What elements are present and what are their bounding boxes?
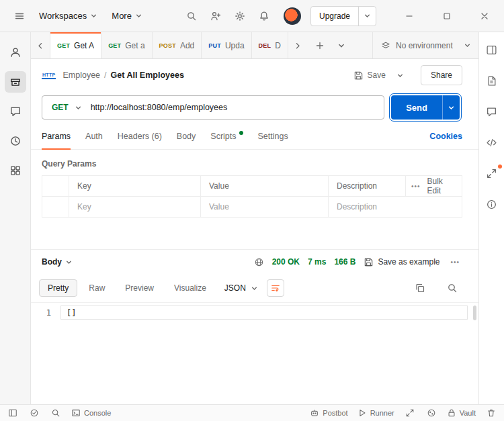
sidebar-item-history[interactable] [5,130,26,152]
maximize-button[interactable] [437,6,457,26]
runner-button[interactable]: Runner [358,408,394,418]
new-tab-button[interactable] [310,36,330,56]
search-response-button[interactable] [442,278,462,298]
tabs-forward-button[interactable] [288,32,307,58]
send-button[interactable]: Send [391,95,442,120]
trash-button[interactable] [485,407,497,419]
sidebar-item-collections[interactable] [5,71,26,93]
capture-arrows-icon [405,408,415,418]
chevron-down-icon [338,42,345,49]
cookies-link[interactable]: Cookies [429,132,462,141]
close-button[interactable] [474,6,495,26]
format-selector[interactable]: JSON [224,283,257,293]
postman-window: Workspaces More Upgrade [0,0,504,421]
response-time[interactable]: 7 ms [308,257,326,267]
bulk-edit-button[interactable]: ••• Bulk Edit [406,176,462,197]
sidebar-item-apps[interactable] [5,160,26,181]
console-button[interactable]: Console [71,408,111,418]
toggle-sidebar-button[interactable] [7,407,19,419]
save-button[interactable]: Save [347,71,392,81]
tab-label: Get A [74,41,94,50]
view-pretty[interactable]: Pretty [39,279,77,297]
response-meta: 200 OK 7 ms 166 B Save as example ••• [254,256,462,269]
tab-scripts[interactable]: Scripts [210,124,243,149]
sidebar-item-comments[interactable] [5,101,26,122]
send-options-button[interactable] [442,95,460,120]
main-menu-button[interactable] [9,6,30,26]
wrap-lines-button[interactable] [267,279,284,297]
close-icon [480,11,489,21]
capture-requests-button[interactable] [404,407,416,419]
tabs-back-button[interactable] [31,32,50,58]
related-requests-button[interactable] [484,165,500,181]
invite-button[interactable] [206,6,226,26]
tab-settings[interactable]: Settings [258,124,288,149]
tab-get-an-employee[interactable]: GET Get a [101,32,152,58]
settings-button[interactable] [230,6,250,26]
minimize-button[interactable] [399,6,419,26]
tab-headers[interactable]: Headers (6) [118,124,162,149]
panel-layout-button[interactable] [484,42,500,58]
tab-options-button[interactable] [331,36,351,56]
param-value-input[interactable] [209,202,320,212]
response-size[interactable]: 166 B [334,257,355,267]
tab-auth[interactable]: Auth [85,124,103,149]
tab-get-all-employees[interactable]: GET Get A [50,32,101,58]
documentation-button[interactable] [484,73,500,89]
tab-label: D [275,41,281,50]
find-button[interactable] [50,407,62,419]
http-request-icon: HTTP [42,71,56,79]
console-icon [71,408,81,418]
status-badge[interactable]: 200 OK [272,257,300,267]
plus-icon [315,41,325,50]
save-options-button[interactable] [392,65,409,85]
response-more-button[interactable]: ••• [448,256,462,269]
tab-body[interactable]: Body [177,124,196,149]
left-sidebar [0,32,31,404]
postbot-icon [310,408,319,418]
tab-method-badge: PUT [208,42,221,49]
tab-add-employee[interactable]: POST Add [153,32,202,58]
environment-selector[interactable]: No environment [372,32,478,58]
response-header: Body 200 OK 7 ms 166 B Save as example •… [31,250,478,274]
response-body-editor[interactable]: 1 [] [31,302,478,404]
upgrade-caret-button[interactable] [358,7,376,26]
tab-label: Get a [125,41,144,50]
request-title[interactable]: Get All Employees [111,71,184,80]
scrollbar-thumb[interactable] [473,306,476,320]
chevron-down-icon [251,285,257,291]
response-toolbar: Pretty Raw Preview Visualize JSON [31,274,478,302]
breadcrumb-collection[interactable]: Employee [62,71,100,80]
url-input[interactable] [91,96,384,119]
notifications-button[interactable] [254,6,274,26]
comments-button[interactable] [484,103,500,120]
vault-button[interactable]: Vault [447,408,476,418]
response-body-selector[interactable]: Body [42,257,72,267]
checks-button[interactable] [28,407,40,419]
copy-button[interactable] [410,278,430,298]
tab-delete-employee[interactable]: DEL D [252,32,288,58]
search-button[interactable] [181,6,202,26]
tab-params[interactable]: Params [42,124,71,149]
save-as-example-button[interactable]: Save as example [364,257,439,267]
postbot-button[interactable]: Postbot [310,408,347,418]
cookies-button[interactable] [425,407,437,419]
apps-grid-icon [9,165,22,177]
param-description-input[interactable] [337,202,454,212]
upgrade-button[interactable]: Upgrade [311,7,358,26]
view-preview[interactable]: Preview [116,279,163,297]
view-visualize[interactable]: Visualize [165,279,215,297]
code-snippet-button[interactable] [484,134,500,150]
sidebar-item-profile[interactable] [5,42,26,63]
info-button[interactable] [484,196,500,212]
view-raw[interactable]: Raw [80,279,114,297]
account-avatar[interactable] [284,7,301,25]
tab-update-employee[interactable]: PUT Upda [202,32,251,58]
method-selector[interactable]: GET [42,103,91,112]
search-icon [186,11,197,21]
workspaces-menu[interactable]: Workspaces [34,7,102,25]
more-menu[interactable]: More [106,7,147,25]
share-button[interactable]: Share [421,65,462,85]
chevron-down-icon [448,105,454,111]
param-key-input[interactable] [77,202,192,212]
